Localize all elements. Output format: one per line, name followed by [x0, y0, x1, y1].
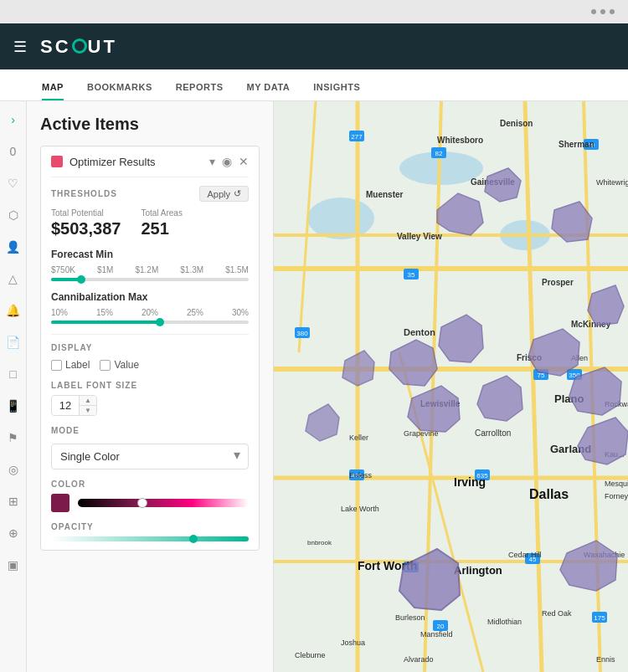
font-size-arrows: ▲ ▼ [80, 396, 96, 415]
value-checkbox[interactable] [100, 360, 111, 371]
svg-text:Muenster: Muenster [366, 190, 404, 199]
sidebar-circle-icon[interactable]: ◎ [5, 461, 22, 478]
label-checkbox[interactable] [51, 360, 62, 371]
svg-text:Cedar Hill: Cedar Hill [508, 551, 542, 559]
layer-header: Optimizer Results ▾ ◉ ✕ [51, 155, 249, 168]
cannibalization-title: Cannibalization Max [51, 291, 249, 303]
cannibalization-labels: 10% 15% 20% 25% 30% [51, 308, 249, 317]
nav-bookmarks[interactable]: BOOKMARKS [87, 82, 152, 100]
sidebar-arrow-icon[interactable]: › [5, 111, 22, 128]
title-bar [0, 0, 628, 23]
svg-text:Whitewrigh: Whitewrigh [596, 178, 628, 187]
forecast-label-3: $1.3M [180, 265, 203, 274]
sidebar-hex-icon[interactable]: ⬡ [5, 207, 22, 223]
nav-map[interactable]: MAP [42, 82, 64, 100]
dot-3 [610, 9, 615, 14]
total-areas-label: Total Areas [141, 208, 182, 218]
forecast-section: Forecast Min $750K $1M $1.2M $1.3M $1.5M [51, 249, 249, 281]
color-slider-track[interactable] [78, 499, 249, 507]
value-checkbox-item[interactable]: Value [100, 359, 139, 371]
font-size-up-arrow[interactable]: ▲ [80, 396, 96, 406]
top-nav: ☰ SCUT [0, 23, 628, 69]
layer-eye-icon[interactable]: ◉ [222, 155, 232, 168]
sidebar-flag-icon[interactable]: ⚑ [5, 429, 22, 446]
forecast-label-0: $750K [51, 265, 75, 274]
opacity-label: OPACITY [51, 522, 249, 531]
sidebar-zero-icon[interactable]: 0 [5, 143, 22, 160]
layer-chevron-icon[interactable]: ▾ [209, 155, 215, 168]
svg-text:Carrollton: Carrollton [475, 428, 511, 438]
sidebar-heart-icon[interactable]: ♡ [5, 175, 22, 192]
cannib-label-2: 20% [142, 308, 158, 317]
svg-text:Whitesboro: Whitesboro [437, 136, 483, 145]
layer-actions: ▾ ◉ ✕ [209, 155, 249, 168]
nav-insights[interactable]: INSIGHTS [313, 82, 360, 100]
stats-row: Total Potential $503,387 Total Areas 251 [51, 208, 249, 239]
thresholds-label: THRESHOLDS [51, 189, 117, 198]
total-potential-label: Total Potential [51, 208, 121, 218]
value-checkbox-label: Value [114, 359, 139, 371]
svg-text:Alvarado: Alvarado [404, 655, 434, 664]
divider [51, 177, 249, 177]
forecast-slider-thumb[interactable] [77, 275, 85, 284]
color-row [51, 494, 249, 512]
cannibalization-slider-track[interactable] [51, 321, 249, 324]
forecast-label-4: $1.5M [225, 265, 249, 274]
nav-reports[interactable]: REPORTS [176, 82, 224, 100]
cannibalization-slider-thumb[interactable] [156, 318, 164, 326]
color-swatch[interactable] [51, 494, 69, 512]
layer-close-icon[interactable]: ✕ [239, 155, 249, 168]
svg-text:20: 20 [437, 623, 445, 630]
sidebar-triangle-icon[interactable]: △ [5, 270, 22, 287]
svg-text:Euless: Euless [349, 471, 373, 480]
opacity-slider-thumb[interactable] [189, 535, 198, 543]
label-checkbox-item[interactable]: Label [51, 359, 90, 371]
apply-button[interactable]: Apply ↺ [199, 186, 249, 202]
font-size-value: 12 [52, 396, 80, 415]
cannib-label-1: 15% [96, 308, 113, 317]
sidebar-box-icon[interactable]: ▣ [5, 557, 22, 573]
sidebar-bell-icon[interactable]: 🔔 [5, 302, 22, 319]
svg-text:Forney: Forney [605, 492, 628, 500]
dot-2 [600, 9, 605, 14]
map-area[interactable]: 277 82 69 380 35 820 635 75 287 45 350 2… [274, 101, 628, 672]
sidebar-mobile-icon[interactable]: 📱 [5, 398, 22, 414]
sidebar-doc-icon[interactable]: 📄 [5, 334, 22, 351]
display-label: DISPLAY [51, 343, 249, 352]
svg-text:Mesquite: Mesquite [605, 480, 628, 488]
svg-point-1 [307, 197, 374, 239]
sidebar-plus-circle-icon[interactable]: ⊕ [5, 525, 22, 541]
cannib-label-0: 10% [51, 308, 68, 317]
hamburger-icon[interactable]: ☰ [13, 38, 27, 56]
forecast-slider-track[interactable] [51, 278, 249, 281]
window-controls [591, 9, 615, 14]
font-size-stepper[interactable]: 12 ▲ ▼ [51, 395, 97, 416]
svg-text:Arlington: Arlington [454, 564, 502, 577]
sidebar-square-icon[interactable]: □ [5, 366, 22, 382]
font-size-down-arrow[interactable]: ▼ [80, 406, 96, 415]
svg-text:Lake Worth: Lake Worth [341, 505, 379, 513]
main-content: › 0 ♡ ⬡ 👤 △ 🔔 📄 □ 📱 ⚑ ◎ ⊞ ⊕ ▣ Active Ite… [0, 101, 628, 672]
total-areas-value: 251 [141, 219, 182, 239]
mode-label: MODE [51, 426, 249, 435]
svg-text:Sherman: Sherman [559, 140, 595, 149]
forecast-label-2: $1.2M [135, 265, 158, 274]
sidebar-grid-icon[interactable]: ⊞ [5, 493, 22, 510]
thresholds-header: THRESHOLDS Apply ↺ [51, 186, 249, 202]
nav-mydata[interactable]: MY DATA [246, 82, 290, 100]
svg-text:Midlothian: Midlothian [487, 618, 522, 626]
cannibalization-slider-fill [51, 321, 160, 324]
mode-select[interactable]: Single Color Gradient Category [51, 444, 249, 469]
map-svg: 277 82 69 380 35 820 635 75 287 45 350 2… [274, 101, 628, 672]
secondary-nav: MAP BOOKMARKS REPORTS MY DATA INSIGHTS [0, 69, 628, 101]
divider2 [51, 334, 249, 335]
display-row: Label Value [51, 359, 249, 371]
icon-sidebar: › 0 ♡ ⬡ 👤 △ 🔔 📄 □ 📱 ⚑ ◎ ⊞ ⊕ ▣ [0, 101, 27, 672]
svg-text:Red Oak: Red Oak [542, 609, 572, 618]
sidebar-person-icon[interactable]: 👤 [5, 239, 22, 255]
opacity-slider-track[interactable] [51, 536, 249, 541]
color-slider-thumb[interactable] [137, 498, 147, 508]
color-label: COLOR [51, 480, 249, 489]
svg-text:Keller: Keller [349, 433, 368, 442]
svg-text:Mansfield: Mansfield [420, 630, 453, 639]
